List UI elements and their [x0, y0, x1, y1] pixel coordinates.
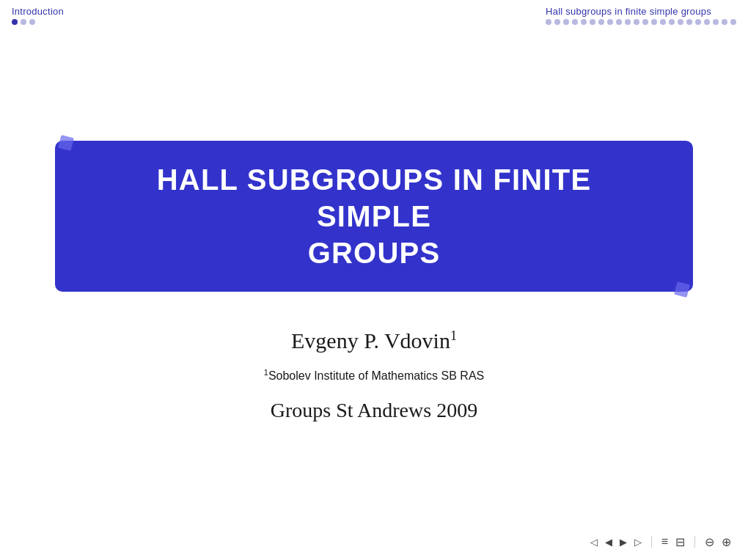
dot-2	[21, 19, 26, 25]
dot-1	[12, 19, 18, 25]
title-line1: HALL SUBGROUPS IN FINITE SIMPLE	[157, 163, 592, 232]
conference: Groups St Andrews 2009	[271, 399, 477, 422]
nav-title-left: Introduction	[12, 6, 64, 17]
author-name: Evgeny P. Vdovin1	[291, 328, 457, 353]
nav-dots-right	[546, 19, 736, 25]
rdot-20	[713, 19, 719, 25]
rdot-14	[660, 19, 666, 25]
nav-controls-3: ⊖ ⊕	[703, 534, 733, 550]
rdot-3	[563, 19, 569, 25]
list-icon[interactable]: ≡	[659, 534, 670, 550]
rdot-1	[546, 19, 551, 25]
arrow-left-icon[interactable]: ◁	[588, 535, 600, 549]
rdot-15	[669, 19, 675, 25]
arrow-left-page-icon[interactable]: ◀	[603, 535, 615, 549]
rdot-6	[590, 19, 595, 25]
author-section: Evgeny P. Vdovin1 1Sobolev Institute of …	[264, 328, 484, 422]
nav-title-right: Hall subgroups in finite simple groups	[546, 6, 711, 17]
rdot-12	[642, 19, 648, 25]
nav-controls-2: ≡ ⊟	[659, 534, 687, 550]
rdot-11	[634, 19, 639, 25]
rdot-9	[616, 19, 622, 25]
rdot-18	[695, 19, 701, 25]
zoom-in-icon[interactable]: ⊕	[719, 534, 733, 550]
nav-section-left: Introduction	[12, 6, 64, 25]
nav-controls: ◁ ◀ ▶ ▷	[588, 535, 644, 549]
nav-separator-2	[694, 536, 695, 548]
text-align-icon[interactable]: ⊟	[673, 534, 687, 550]
nav-separator-1	[651, 536, 652, 548]
bottom-navigation: ◁ ◀ ▶ ▷ ≡ ⊟ ⊖ ⊕	[0, 523, 748, 560]
rdot-8	[607, 19, 613, 25]
nav-dots-left	[12, 19, 35, 25]
rdot-21	[722, 19, 727, 25]
main-content: HALL SUBGROUPS IN FINITE SIMPLE GROUPS E…	[0, 40, 748, 523]
dot-3	[29, 19, 35, 25]
rdot-10	[625, 19, 631, 25]
rdot-19	[704, 19, 710, 25]
rdot-2	[554, 19, 560, 25]
author-superscript: 1	[450, 328, 457, 343]
zoom-out-icon[interactable]: ⊖	[703, 534, 716, 550]
rdot-7	[598, 19, 604, 25]
rdot-13	[651, 19, 657, 25]
slide-title: HALL SUBGROUPS IN FINITE SIMPLE GROUPS	[99, 161, 649, 271]
rdot-16	[678, 19, 683, 25]
title-line2: GROUPS	[308, 237, 441, 269]
arrow-right-icon[interactable]: ▶	[617, 535, 629, 549]
rdot-22	[730, 19, 736, 25]
rdot-17	[686, 19, 692, 25]
rdot-4	[572, 19, 578, 25]
rdot-5	[581, 19, 587, 25]
nav-section-right: Hall subgroups in finite simple groups	[546, 6, 736, 25]
title-box: HALL SUBGROUPS IN FINITE SIMPLE GROUPS	[55, 141, 693, 292]
affiliation: 1Sobolev Institute of Mathematics SB RAS	[264, 369, 484, 383]
arrow-right-page-icon[interactable]: ▷	[632, 535, 644, 549]
top-navigation: Introduction Hall subgroups in finite si…	[0, 0, 748, 40]
